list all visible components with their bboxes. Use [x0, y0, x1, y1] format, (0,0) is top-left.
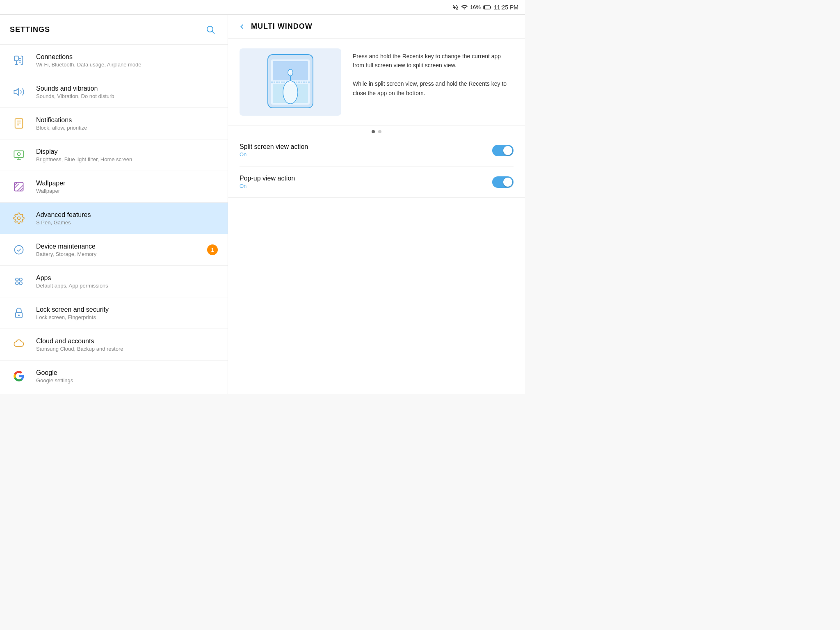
sidebar-item-accessibility[interactable]: Accessibility Vision, Hearing, Dexterity…	[0, 392, 228, 394]
sidebar-item-sounds[interactable]: Sounds and vibration Sounds, Vibration, …	[0, 76, 228, 108]
time-text: 11:25 PM	[494, 4, 518, 11]
split-screen-status: On	[240, 151, 492, 158]
search-icon	[205, 25, 215, 34]
wallpaper-text: Wallpaper Wallpaper	[36, 180, 218, 194]
display-label: Display	[36, 148, 218, 155]
battery-text: 16%	[470, 4, 481, 10]
search-button[interactable]	[203, 22, 218, 37]
display-icon	[10, 146, 28, 164]
device-icon	[10, 241, 28, 259]
multi-window-title: MULTI WINDOW	[251, 22, 313, 31]
tutorial-image	[240, 48, 341, 116]
advanced-sub: S Pen, Games	[36, 219, 218, 226]
popup-view-toggle-row[interactable]: Pop-up view action On	[228, 167, 525, 198]
sidebar-item-google[interactable]: Google Google settings	[0, 361, 228, 392]
sounds-icon	[10, 83, 28, 101]
svg-point-36	[283, 81, 298, 104]
settings-title: SETTINGS	[10, 25, 50, 34]
sidebar-item-notifications[interactable]: Notifications Block, allow, prioritize	[0, 108, 228, 139]
cloud-label: Cloud and accounts	[36, 338, 218, 345]
svg-rect-2	[491, 6, 491, 8]
notifications-sub: Block, allow, prioritize	[36, 125, 218, 131]
google-label: Google	[36, 369, 218, 377]
svg-line-4	[212, 32, 215, 34]
svg-point-19	[18, 153, 21, 155]
connections-text: Connections Wi-Fi, Bluetooth, Data usage…	[36, 53, 218, 68]
sidebar-item-advanced[interactable]: Advanced features S Pen, Games	[0, 203, 228, 234]
svg-point-28	[18, 315, 19, 316]
sidebar-item-device[interactable]: Device maintenance Battery, Storage, Mem…	[0, 234, 228, 266]
wallpaper-label: Wallpaper	[36, 180, 218, 187]
main-layout: SETTINGS	[0, 15, 525, 394]
popup-view-toggle[interactable]	[492, 176, 514, 188]
notifications-label: Notifications	[36, 116, 218, 124]
split-screen-title: Split screen view action	[240, 143, 492, 151]
split-screen-toggle-row[interactable]: Split screen view action On	[228, 135, 525, 166]
cloud-sub: Samsung Cloud, Backup and restore	[36, 346, 218, 352]
split-screen-text: Split screen view action On	[240, 143, 492, 158]
sidebar-item-lock[interactable]: Lock screen and security Lock screen, Fi…	[0, 297, 228, 329]
mute-icon	[452, 4, 459, 11]
left-panel: SETTINGS	[0, 15, 228, 394]
lock-icon	[10, 304, 28, 322]
back-button[interactable]	[238, 23, 246, 31]
connections-icon	[10, 51, 28, 69]
google-sub: Google settings	[36, 377, 218, 383]
battery-icon	[483, 5, 491, 10]
svg-point-3	[207, 26, 213, 32]
dot-2	[378, 130, 381, 133]
wallpaper-sub: Wallpaper	[36, 188, 218, 194]
wallpaper-icon	[10, 178, 28, 196]
svg-point-21	[18, 217, 21, 220]
multi-window-header: MULTI WINDOW	[228, 15, 525, 39]
split-screen-toggle[interactable]	[492, 145, 514, 156]
sidebar-item-cloud[interactable]: Cloud and accounts Samsung Cloud, Backup…	[0, 329, 228, 361]
apps-icon	[10, 272, 28, 290]
dot-1	[372, 130, 375, 133]
google-icon	[10, 367, 28, 385]
wifi-icon	[461, 4, 468, 11]
status-bar: 16% 11:25 PM	[0, 0, 525, 15]
display-text: Display Brightness, Blue light filter, H…	[36, 148, 218, 162]
sounds-label: Sounds and vibration	[36, 85, 218, 92]
svg-point-22	[15, 246, 23, 254]
status-icons: 16% 11:25 PM	[452, 4, 518, 11]
sidebar-item-connections[interactable]: Connections Wi-Fi, Bluetooth, Data usage…	[0, 45, 228, 76]
notifications-text: Notifications Block, allow, prioritize	[36, 116, 218, 131]
google-text: Google Google settings	[36, 369, 218, 383]
popup-view-title: Pop-up view action	[240, 175, 492, 182]
popup-view-text: Pop-up view action On	[240, 175, 492, 189]
settings-header: SETTINGS	[0, 15, 228, 45]
popup-view-status: On	[240, 183, 492, 189]
svg-rect-5	[15, 56, 18, 61]
svg-point-38	[288, 69, 293, 76]
cloud-text: Cloud and accounts Samsung Cloud, Backup…	[36, 338, 218, 352]
cloud-icon	[10, 336, 28, 354]
svg-marker-11	[14, 89, 18, 95]
svg-point-25	[16, 282, 18, 285]
device-label: Device maintenance	[36, 243, 207, 250]
connections-sub: Wi-Fi, Bluetooth, Data usage, Airplane m…	[36, 62, 218, 68]
svg-point-26	[19, 282, 22, 285]
sounds-sub: Sounds, Vibration, Do not disturb	[36, 93, 218, 99]
device-sub: Battery, Storage, Memory	[36, 251, 207, 257]
sidebar-item-display[interactable]: Display Brightness, Blue light filter, H…	[0, 139, 228, 171]
sidebar-item-apps[interactable]: Apps Default apps, App permissions	[0, 266, 228, 297]
advanced-text: Advanced features S Pen, Games	[36, 211, 218, 226]
lock-sub: Lock screen, Fingerprints	[36, 314, 218, 320]
sidebar-item-wallpaper[interactable]: Wallpaper Wallpaper	[0, 171, 228, 203]
right-panel: MULTI WINDOW	[228, 15, 525, 394]
device-text: Device maintenance Battery, Storage, Mem…	[36, 243, 207, 257]
device-badge: 1	[207, 244, 218, 255]
sounds-text: Sounds and vibration Sounds, Vibration, …	[36, 85, 218, 99]
apps-sub: Default apps, App permissions	[36, 283, 218, 289]
advanced-icon	[10, 209, 28, 227]
lock-label: Lock screen and security	[36, 306, 218, 313]
dot-indicators	[228, 126, 525, 135]
svg-point-24	[19, 278, 22, 281]
display-sub: Brightness, Blue light filter, Home scre…	[36, 156, 218, 162]
svg-rect-12	[15, 119, 23, 128]
apps-text: Apps Default apps, App permissions	[36, 274, 218, 289]
tutorial-card: Press and hold the Recents key to change…	[228, 39, 525, 126]
settings-list: Connections Wi-Fi, Bluetooth, Data usage…	[0, 45, 228, 394]
